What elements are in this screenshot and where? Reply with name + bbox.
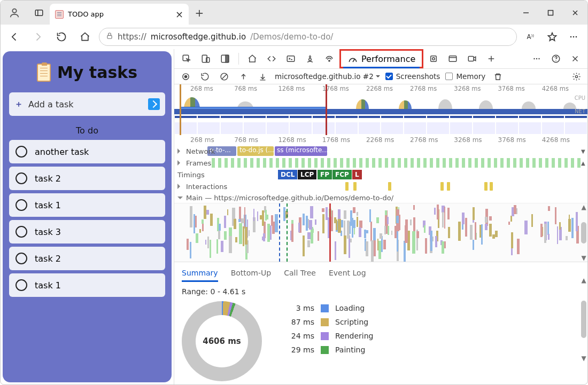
back-button[interactable] — [5, 27, 24, 46]
read-aloud-icon[interactable]: A⁾⁾ — [521, 27, 540, 46]
perf-settings-icon[interactable] — [569, 72, 583, 81]
menu-icon[interactable] — [564, 27, 583, 46]
task-checkbox-icon[interactable] — [16, 146, 27, 158]
application-tab-icon[interactable] — [444, 50, 462, 67]
overview-pane[interactable]: 268 ms768 ms1268 ms1768 ms2268 ms2768 ms… — [174, 84, 587, 136]
clipboard-icon — [37, 64, 51, 82]
help-icon[interactable] — [547, 50, 565, 67]
profile-icon[interactable] — [1, 1, 28, 25]
task-checkbox-icon[interactable] — [16, 172, 27, 184]
navbar: https://microsoftedge.github.io/Demos/de… — [1, 25, 587, 49]
submit-task-icon[interactable] — [148, 98, 160, 110]
row-network[interactable]: Network o-to-...to-do.js (...ss (microso… — [174, 145, 587, 157]
devtools-more-icon[interactable] — [528, 50, 546, 67]
lock-icon — [106, 32, 113, 42]
row-main-header[interactable]: Main — https://microsoftedge.github.io/D… — [174, 192, 587, 203]
task-label: task 1 — [35, 200, 61, 210]
target-select[interactable]: microsoftedge.github.io #2 — [275, 72, 380, 81]
row-timings[interactable]: Timings DCLLCPFPFCPL — [174, 169, 587, 180]
network-tab-icon[interactable] — [320, 50, 338, 67]
record-button[interactable] — [179, 72, 192, 81]
task-checkbox-icon[interactable] — [16, 226, 27, 238]
row-label-frames[interactable]: Frames — [174, 159, 226, 167]
task-item[interactable]: task 3 — [9, 220, 165, 243]
console-tab-icon[interactable] — [282, 50, 300, 67]
window-close-button[interactable] — [563, 1, 587, 25]
devtools-close-icon[interactable] — [566, 50, 584, 67]
row-label-interactions[interactable]: Interactions — [174, 183, 226, 191]
task-item[interactable]: task 1 — [9, 273, 165, 297]
elements-tab-icon[interactable] — [262, 50, 281, 67]
clear-button[interactable] — [217, 72, 231, 81]
legend-row: 24 msRendering — [280, 329, 374, 343]
inspect-icon[interactable] — [177, 50, 196, 67]
network-request-segment[interactable]: to-do.js (... — [237, 146, 274, 156]
flamechart-pane[interactable]: 268 ms768 ms1268 ms1768 ms2268 ms2768 ms… — [174, 136, 587, 262]
new-tab-button[interactable]: + — [189, 1, 210, 25]
perf-toolbar: microsoftedge.github.io #2 Screenshots M… — [174, 69, 587, 84]
tab-bottom-up[interactable]: Bottom-Up — [231, 265, 272, 282]
welcome-tab-icon[interactable] — [243, 50, 261, 67]
timing-badge[interactable]: L — [352, 170, 362, 179]
network-request-segment[interactable]: ss (microsofte... — [275, 146, 327, 156]
gc-icon[interactable] — [491, 72, 505, 81]
add-task-input[interactable]: ＋ Add a task — [9, 92, 165, 116]
summary-total: 4606 ms — [196, 315, 248, 367]
row-label-main[interactable]: Main — https://microsoftedge.github.io/D… — [174, 194, 393, 202]
svg-line-21 — [353, 59, 354, 62]
overview-time-axis: 268 ms768 ms1268 ms1768 ms2268 ms2768 ms… — [174, 84, 587, 94]
browser-tab[interactable]: TODO app × — [50, 4, 189, 25]
more-tabs-icon[interactable] — [482, 50, 500, 67]
task-checkbox-icon[interactable] — [16, 199, 27, 211]
device-toggle-icon[interactable] — [197, 50, 215, 67]
forward-button[interactable] — [28, 27, 48, 46]
app-title: My tasks — [57, 63, 137, 82]
reload-record-button[interactable] — [198, 72, 212, 81]
tab-call-tree[interactable]: Call Tree — [284, 265, 316, 282]
task-checkbox-icon[interactable] — [16, 253, 27, 264]
favorite-icon[interactable] — [543, 27, 562, 46]
media-tab-icon[interactable] — [463, 50, 481, 67]
task-item[interactable]: task 1 — [9, 193, 165, 217]
window-minimize-button[interactable] — [514, 1, 538, 25]
timing-badge[interactable]: LCP — [298, 170, 316, 179]
tab-summary[interactable]: Summary — [182, 265, 218, 282]
row-interactions[interactable]: Interactions — [174, 180, 587, 192]
row-label-network[interactable]: Network — [174, 147, 226, 155]
address-bar[interactable]: https://microsoftedge.github.io/Demos/de… — [99, 28, 517, 46]
performance-tab[interactable]: Performance — [343, 51, 420, 68]
task-item[interactable]: task 2 — [9, 247, 165, 270]
row-frames[interactable]: Frames ▲ — [174, 157, 587, 169]
tab-event-log[interactable]: Event Log — [329, 265, 366, 282]
memory-checkbox[interactable]: Memory — [445, 72, 485, 81]
download-icon[interactable] — [256, 72, 269, 81]
legend-row: 3 msLoading — [280, 301, 374, 315]
task-checkbox-icon[interactable] — [16, 279, 27, 291]
svg-point-20 — [329, 60, 330, 61]
reload-button[interactable] — [52, 27, 71, 46]
dock-icon[interactable] — [216, 50, 234, 67]
sources-tab-icon[interactable] — [301, 50, 319, 67]
legend-row: 29 msPainting — [280, 343, 374, 357]
task-item[interactable]: task 2 — [9, 167, 165, 190]
window-maximize-button[interactable] — [538, 1, 563, 25]
tab-close-icon[interactable]: × — [175, 9, 183, 20]
todo-app: My tasks ＋ Add a task To do another task… — [3, 51, 172, 382]
task-item[interactable]: another task — [9, 140, 165, 163]
timing-badge[interactable]: FP — [318, 170, 332, 179]
tab-actions-icon[interactable] — [28, 1, 50, 25]
svg-line-39 — [222, 74, 227, 79]
main-thread-panel[interactable]: ▲▼ — [174, 203, 587, 262]
timing-badge[interactable]: DCL — [278, 170, 297, 179]
home-button[interactable] — [75, 27, 95, 46]
summary-body: 4606 ms 3 msLoading87 msScripting24 msRe… — [174, 298, 587, 384]
svg-rect-22 — [431, 56, 437, 62]
svg-point-10 — [573, 36, 575, 38]
row-label-timings: Timings — [174, 171, 226, 179]
svg-point-37 — [184, 75, 187, 77]
upload-icon[interactable] — [236, 72, 250, 81]
screenshots-checkbox[interactable]: Screenshots — [385, 72, 440, 81]
timing-badge[interactable]: FCP — [332, 170, 352, 179]
memory-tab-icon[interactable] — [424, 50, 443, 67]
task-label: task 2 — [35, 174, 61, 184]
